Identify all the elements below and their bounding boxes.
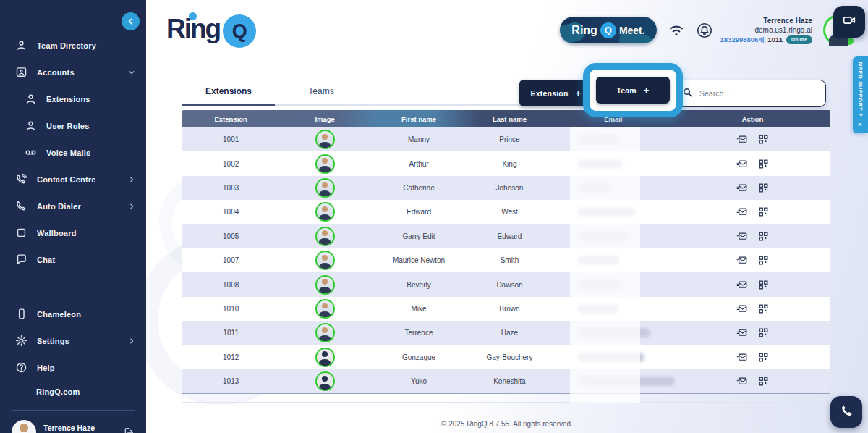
send-email-icon[interactable] [736,327,747,338]
qr-code-icon[interactable] [758,255,769,266]
table-row[interactable]: 1010 Mike Brown [182,297,830,321]
extension-cell: 1001 [182,135,279,143]
send-email-icon[interactable] [736,352,747,363]
tab-teams[interactable]: Teams [275,80,367,104]
send-email-icon[interactable] [736,159,747,169]
chevron-down-icon [128,69,135,76]
status-badge: Online [786,35,812,44]
send-email-icon[interactable] [736,134,747,145]
send-email-icon[interactable] [736,206,747,217]
notifications-bell-icon[interactable] [696,22,713,39]
tab-extensions[interactable]: Extensions [182,80,275,106]
extension-cell: 1010 [182,305,279,313]
column-header-image: Image [279,115,370,123]
header-right-cluster: Ring Q Meet. Terrence Haze demo.us1.ring… [560,14,854,46]
qr-code-icon[interactable] [758,303,769,314]
table-row[interactable]: 1005 Garry Edit Edward [182,224,830,248]
qr-code-icon[interactable] [758,159,769,169]
sidebar-item-ringq-com[interactable]: RingQ.com [0,381,146,403]
sidebar-item-chat[interactable]: Chat [0,246,146,273]
sidebar-item-voice-mails[interactable]: Voice Mails [0,139,146,166]
avatar-placeholder [315,348,335,367]
ringq-logo[interactable]: Ring Q [166,12,256,48]
first-name-cell: Edward [370,208,467,216]
qr-code-icon[interactable] [758,327,769,338]
header-divider [206,62,826,62]
table-row[interactable]: 1007 Maurice Newton Smith [182,248,830,272]
send-email-icon[interactable] [736,303,747,314]
table-row[interactable]: 1012 Gonzague Gay-Bouchery [182,345,830,369]
first-name-cell: Terrence [370,329,467,337]
qr-code-icon[interactable] [758,206,769,217]
send-email-icon[interactable] [736,279,747,290]
main-content: Ring Q Ring Q Meet. Terrence Haze demo.u… [146,0,868,433]
add-extension-button[interactable]: Extension + [519,80,592,106]
extension-cell: 1007 [182,256,279,264]
table-row[interactable]: 1011 Terrence Haze [182,321,830,345]
qr-code-icon[interactable] [758,231,769,242]
first-name-cell: Yuko [370,377,467,385]
wifi-status-icon[interactable] [668,22,685,39]
sidebar-item-wallboard[interactable]: Wallboard [0,219,146,246]
qr-code-icon[interactable] [758,279,769,290]
qr-code-icon[interactable] [758,182,769,193]
sidebar-item-team-directory[interactable]: Team Directory [0,32,146,59]
qr-code-icon[interactable] [758,352,769,363]
dialer-fab-button[interactable] [830,396,862,428]
last-name-cell: Johnson [467,184,551,192]
qr-code-icon[interactable] [758,376,769,387]
sidebar-item-user-roles[interactable]: User Roles [0,112,146,139]
tab-bar: Extensions Teams [182,80,558,106]
table-row[interactable]: 1002 Arthur King [182,151,830,175]
voicemail-icon [24,146,38,159]
chevron-right-icon [128,337,135,345]
team-button-highlight: Team + [583,63,683,117]
send-email-icon[interactable] [736,182,747,193]
app-window: Team Directory Accounts Extensions User … [0,0,868,433]
ringq-meet-button[interactable]: Ring Q Meet. [560,17,657,43]
table-row[interactable]: 1003 Catherine Johnson [182,176,830,200]
avatar [315,130,335,149]
chevron-right-icon [128,176,135,183]
table-row[interactable]: 1001 Manny Prince [182,127,830,151]
qr-code-icon[interactable] [758,134,769,145]
send-email-icon[interactable] [736,376,747,387]
search-input[interactable] [699,89,817,98]
phone-icon [14,199,28,213]
table-row[interactable]: 1004 Edward West [182,200,830,224]
add-team-button[interactable]: Team + [596,77,670,104]
logout-icon[interactable] [123,426,135,433]
redacted-email [578,304,618,314]
table-row[interactable]: 1013 Yuko Koneshita [182,369,830,393]
last-name-cell: King [467,160,551,168]
sidebar-user-card[interactable]: Terrence Haze demo.us1.ringq.ai [0,411,146,433]
redacted-email [578,377,675,386]
table-row[interactable]: 1008 Beverly Dawson [182,272,830,296]
need-support-tab[interactable]: NEED SUPPORT ? [853,56,868,133]
send-email-icon[interactable] [736,255,747,266]
extension-cell: 1002 [182,160,279,168]
redacted-email [578,159,623,169]
sidebar-item-contact-centre[interactable]: Contact Centre [0,166,146,193]
avatar [315,323,335,342]
mobile-icon [14,307,28,321]
sidebar-item-chameleon[interactable]: Chameleon [0,300,146,327]
sidebar-collapse-button[interactable] [122,12,140,30]
search-box [673,80,826,107]
chat-bubble-icon [14,253,28,266]
sidebar-item-extensions[interactable]: Extensions [0,85,146,112]
sidebar-item-settings[interactable]: Settings [0,327,146,354]
header-user-info[interactable]: Terrence Haze demo.us1.ringq.ai 18329988… [724,16,812,44]
send-email-icon[interactable] [736,231,747,242]
chevron-right-icon [128,203,135,210]
chevron-icon [858,122,864,127]
sidebar: Team Directory Accounts Extensions User … [0,0,146,433]
sidebar-nav: Team Directory Accounts Extensions User … [0,32,146,403]
video-call-button[interactable] [833,6,865,38]
sidebar-item-accounts[interactable]: Accounts [0,59,146,85]
sidebar-item-help[interactable]: Help [0,354,146,381]
first-name-cell: Maurice Newton [370,256,467,264]
last-name-cell: Haze [467,329,551,337]
sidebar-item-auto-dialer[interactable]: Auto Dialer [0,193,146,219]
last-name-cell: West [467,208,551,216]
